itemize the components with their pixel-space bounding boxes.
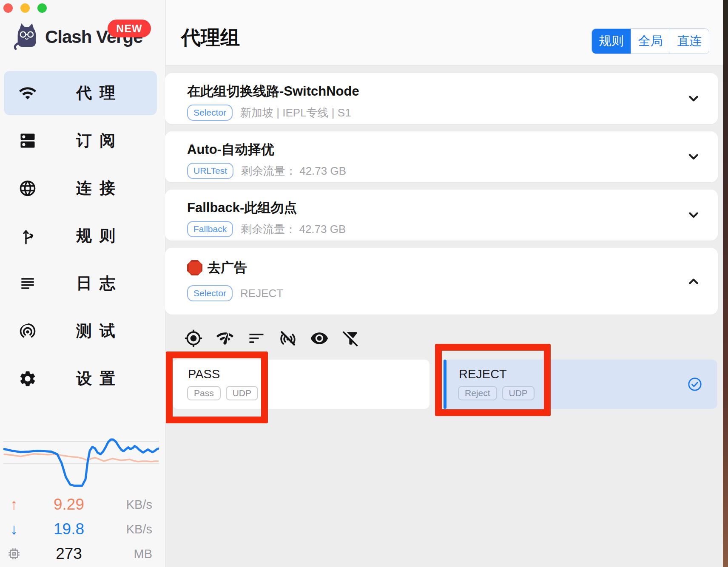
sidebar: Clash Verge NEW 代理 订阅 连接 xyxy=(0,0,166,567)
visibility-icon[interactable] xyxy=(310,329,329,348)
network-check-icon[interactable] xyxy=(216,329,234,348)
group-type-badge: Fallback xyxy=(187,221,233,237)
desktop-wallpaper-edge xyxy=(723,0,728,567)
upload-stat-row: ↑ 9.29 KB/s xyxy=(0,492,162,517)
sidebar-item-label: 订阅 xyxy=(76,130,123,151)
gear-icon xyxy=(18,369,37,388)
minimize-window-button[interactable] xyxy=(20,3,30,13)
chevron-down-icon[interactable] xyxy=(686,208,701,222)
sidebar-item-logs[interactable]: 日志 xyxy=(4,261,157,306)
group-subtitle-row: Selector 新加坡 | IEPL专线 | S1 xyxy=(187,105,351,121)
sidebar-item-proxy[interactable]: 代理 xyxy=(4,71,157,115)
download-unit: KB/s xyxy=(116,522,152,536)
group-type-badge: Selector xyxy=(187,285,233,301)
proxy-chips: Reject UDP xyxy=(458,386,535,400)
traffic-stats: ↑ 9.29 KB/s ↓ 19.8 KB/s 273 MB xyxy=(0,492,162,566)
sidebar-item-label: 日志 xyxy=(76,273,123,294)
wifi-icon xyxy=(18,84,37,102)
tab-global-mode[interactable]: 全局 xyxy=(631,29,670,54)
main-panel: 代理组 规则 全局 直连 在此组切换线路-SwitchNode Selector… xyxy=(166,0,723,567)
mode-tab-group: 规则 全局 直连 xyxy=(592,28,709,54)
sidebar-item-label: 连接 xyxy=(76,178,123,199)
fork-right-icon xyxy=(18,227,37,245)
group-title-text: 去广告 xyxy=(208,259,247,277)
group-title: 在此组切换线路-SwitchNode xyxy=(187,82,359,100)
proxy-group-card[interactable]: Auto-自动择优 URLTest 剩余流量： 42.73 GB xyxy=(165,131,718,182)
memory-value: 273 xyxy=(22,545,116,563)
download-stat-row: ↓ 19.8 KB/s xyxy=(0,517,162,541)
proxy-group-card-expanded[interactable]: 去广告 Selector REJECT xyxy=(165,248,718,315)
proxy-name: REJECT xyxy=(459,367,507,381)
sidebar-item-label: 测试 xyxy=(76,320,123,342)
upload-unit: KB/s xyxy=(116,498,152,512)
group-type-badge: URLTest xyxy=(187,163,233,179)
group-title: Fallback-此组勿点 xyxy=(187,199,297,217)
memory-stat-row[interactable]: 273 MB xyxy=(0,541,162,566)
sidebar-item-label: 代理 xyxy=(76,82,123,104)
group-toolbar xyxy=(184,329,360,348)
selected-accent-bar xyxy=(444,360,446,409)
group-title: Auto-自动择优 xyxy=(187,141,274,159)
wifi-tethering-icon xyxy=(18,322,37,340)
proxy-udp-chip: UDP xyxy=(226,386,258,400)
chevron-down-icon[interactable] xyxy=(686,150,701,164)
group-current-node: 剩余流量： 42.73 GB xyxy=(241,164,346,179)
sidebar-item-settings[interactable]: 设置 xyxy=(4,357,157,401)
stop-sign-emoji xyxy=(187,260,202,275)
proxy-type-chip: Reject xyxy=(458,386,497,400)
proxy-group-card[interactable]: Fallback-此组勿点 Fallback 剩余流量： 42.73 GB xyxy=(165,190,718,241)
proxy-name: PASS xyxy=(188,367,220,381)
sidebar-item-test[interactable]: 测试 xyxy=(4,309,157,353)
sort-icon[interactable] xyxy=(247,329,266,348)
proxy-item-pass[interactable]: PASS Pass UDP xyxy=(173,360,429,409)
globe-icon xyxy=(18,179,37,198)
close-window-button[interactable] xyxy=(3,3,13,13)
proxy-type-chip: Pass xyxy=(187,386,221,400)
memory-chip-icon xyxy=(6,546,22,562)
memory-unit: MB xyxy=(116,547,152,561)
check-circle-icon xyxy=(688,377,702,391)
group-current-node: REJECT xyxy=(240,287,283,300)
download-arrow-icon: ↓ xyxy=(6,521,22,537)
chevron-down-icon[interactable] xyxy=(686,91,701,106)
group-title: 去广告 xyxy=(187,259,247,277)
group-subtitle-row: Fallback 剩余流量： 42.73 GB xyxy=(187,221,346,237)
subscriptions-icon xyxy=(18,131,37,150)
sidebar-item-connections[interactable]: 连接 xyxy=(4,166,157,210)
proxy-item-reject[interactable]: REJECT Reject UDP xyxy=(444,360,717,409)
macos-traffic-lights xyxy=(3,3,47,13)
locate-icon[interactable] xyxy=(184,329,203,348)
group-current-node: 剩余流量： 42.73 GB xyxy=(241,222,346,237)
group-subtitle-row: Selector REJECT xyxy=(187,285,283,301)
wifi-tethering-off-icon[interactable] xyxy=(279,329,297,348)
proxy-chips: Pass UDP xyxy=(187,386,258,400)
proxy-group-card[interactable]: 在此组切换线路-SwitchNode Selector 新加坡 | IEPL专线… xyxy=(165,73,718,124)
new-badge: NEW xyxy=(108,20,151,37)
upload-arrow-icon: ↑ xyxy=(6,496,22,513)
chevron-up-icon[interactable] xyxy=(686,274,701,289)
zoom-window-button[interactable] xyxy=(37,3,47,13)
tab-rule-mode[interactable]: 规则 xyxy=(592,29,631,54)
main-header: 代理组 规则 全局 直连 xyxy=(166,0,723,65)
group-current-node: 新加坡 | IEPL专线 | S1 xyxy=(240,105,351,120)
cat-logo-icon xyxy=(13,22,39,52)
traffic-graph-svg xyxy=(3,436,159,489)
group-subtitle-row: URLTest 剩余流量： 42.73 GB xyxy=(187,163,346,179)
sidebar-item-label: 规则 xyxy=(76,225,123,247)
sidebar-item-rules[interactable]: 规则 xyxy=(4,214,157,258)
upload-value: 9.29 xyxy=(22,496,116,513)
clash-verge-window: Clash Verge NEW 代理 订阅 连接 xyxy=(0,0,728,567)
page-title: 代理组 xyxy=(181,25,240,51)
sidebar-item-subscriptions[interactable]: 订阅 xyxy=(4,119,157,163)
traffic-graph xyxy=(3,436,159,489)
proxy-udp-chip: UDP xyxy=(502,386,535,400)
tab-direct-mode[interactable]: 直连 xyxy=(670,29,709,54)
sidebar-item-label: 设置 xyxy=(76,368,123,389)
log-lines-icon xyxy=(18,274,37,293)
group-type-badge: Selector xyxy=(187,105,233,121)
sidebar-nav: 代理 订阅 连接 xyxy=(4,71,157,404)
download-value: 19.8 xyxy=(22,520,116,538)
filter-off-icon[interactable] xyxy=(341,329,360,348)
